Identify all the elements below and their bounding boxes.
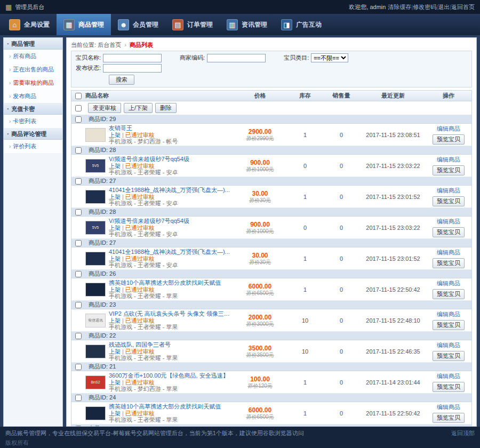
onsale-status-link[interactable]: 上架 [109, 225, 121, 231]
merchant-code-input[interactable] [207, 54, 266, 62]
preview-product-button[interactable]: 预览宝贝 [433, 382, 465, 392]
edit-product-link[interactable]: 编辑商品 [437, 403, 460, 411]
product-title-link[interactable]: 41041全1988枪_战神决战_万贤强(飞盘太—)... [109, 249, 230, 255]
nav-tab-goods[interactable]: ▦ 商品管理 [57, 14, 111, 35]
product-title-link[interactable]: 41041全1988枪_战神决战_万贤强(飞盘太—)... [109, 187, 230, 194]
product-checkbox[interactable] [75, 147, 82, 154]
product-group-header: 商品ID: 22 [71, 332, 471, 340]
edit-product-link[interactable]: 编辑商品 [437, 125, 460, 133]
edit-product-link[interactable]: 编辑商品 [437, 187, 460, 195]
select-all-checkbox[interactable] [75, 93, 82, 99]
sidebar-item-1-0[interactable]: › 卡密列表 [4, 115, 62, 128]
sidebar-item-0-0[interactable]: › 所有商品 [4, 50, 62, 63]
preview-product-button[interactable]: 预览宝贝 [433, 351, 465, 361]
product-thumbnail: BnS2 [85, 375, 106, 389]
product-title-link[interactable]: VIP2 点砍(无 高玩袁头头条号 头像文 领像三无... [109, 310, 232, 317]
sidebar-item-label: 需要审核的商品 [13, 79, 54, 87]
product-checkbox[interactable] [75, 240, 82, 246]
product-checkbox[interactable] [75, 178, 82, 185]
nav-tab-ads[interactable]: ◨ 广告互动 [274, 14, 329, 35]
product-row: 残迹战队, 四国争三者号 上架|已通过审核 手机游戏 - 王者荣耀 - 苹果 3… [71, 340, 471, 363]
product-checkbox[interactable] [75, 333, 82, 339]
preview-product-button[interactable]: 预览宝贝 [433, 413, 465, 423]
onsale-status-link[interactable]: 上架 [109, 379, 121, 386]
edit-product-link[interactable]: 编辑商品 [437, 372, 460, 380]
edit-product-link[interactable]: 编辑商品 [437, 156, 460, 164]
preview-product-button[interactable]: 预览宝贝 [433, 258, 465, 268]
product-checkbox[interactable] [75, 364, 82, 370]
onsale-status-link[interactable]: 上架 [109, 348, 121, 355]
topbar-link-0[interactable]: 清除缓存 [388, 4, 411, 10]
nav-tab-orders[interactable]: ▤ 订单管理 [165, 14, 220, 35]
onsale-status-link[interactable]: 上架 [109, 132, 121, 138]
product-title-link[interactable]: 残迹战队, 四国争三者号 [109, 341, 178, 348]
audit-status-label: 已通过审核 [125, 132, 155, 138]
topbar-link-1[interactable]: 修改密码 [413, 4, 436, 10]
product-title-link[interactable]: 友销哥王 [109, 125, 178, 132]
edit-product-link[interactable]: 编辑商品 [437, 341, 460, 349]
onsale-status-link[interactable]: 上架 [109, 286, 121, 293]
bulk-action-button-2[interactable]: 删除 [155, 103, 177, 113]
nav-tab-news[interactable]: ▥ 资讯管理 [220, 14, 274, 35]
nav-tab-global-settings[interactable]: ⌂ 全局设置 [2, 14, 57, 35]
chevron-right-icon: › [9, 53, 11, 59]
nav-tab-label: 订单管理 [187, 20, 213, 29]
onsale-status-link[interactable]: 上架 [109, 194, 121, 200]
toolbar-select-checkbox[interactable] [75, 105, 82, 111]
edit-product-link[interactable]: 编辑商品 [437, 218, 460, 226]
product-checkbox[interactable] [75, 302, 82, 308]
product-checkbox[interactable] [75, 209, 82, 215]
preview-product-button[interactable]: 预览宝贝 [433, 165, 465, 175]
onsale-status-link[interactable]: 上架 [109, 255, 121, 262]
search-button[interactable]: 搜索 [109, 75, 134, 85]
folder-icon: ▪ [7, 106, 9, 111]
nav-tab-members[interactable]: ☻ 会员管理 [111, 14, 165, 35]
topbar-link-2[interactable]: 退出 [438, 4, 450, 10]
sidebar-item-0-1[interactable]: › 正在出售的商品 [4, 63, 62, 76]
sidebar-item-label: 发布商品 [13, 92, 36, 100]
product-title-link[interactable]: V/频道号倍来超级秒7号qq54级 [109, 218, 189, 225]
product-title-link[interactable]: 携英雄10个高草携述大部分皮肤找则天赋值 [109, 279, 221, 286]
preview-product-button[interactable]: 预览宝贝 [433, 134, 465, 145]
preview-product-button[interactable]: 预览宝贝 [433, 320, 465, 330]
preview-product-button[interactable]: 预览宝贝 [433, 289, 465, 299]
product-sales: 0 [322, 348, 361, 355]
product-sales: 0 [322, 286, 361, 293]
sidebar-item-0-2[interactable]: › 需要审核的商品 [4, 76, 62, 90]
product-thumbnail [85, 252, 106, 266]
topbar-link-3[interactable]: 返回首页 [451, 4, 475, 10]
edit-product-link[interactable]: 编辑商品 [437, 310, 460, 318]
product-title-link[interactable]: V/频道号倍来超级秒7号qq54级 [109, 156, 189, 163]
product-thumbnail-label: 5V5 [92, 164, 99, 167]
product-stock: 1 [288, 132, 322, 138]
edit-product-link[interactable]: 编辑商品 [437, 249, 460, 257]
preview-product-button[interactable]: 预览宝贝 [433, 196, 465, 206]
onsale-status-link[interactable]: 上架 [109, 163, 121, 169]
product-title-link[interactable]: 携英雄10个高草携述大部分皮肤找则天赋值 [109, 403, 221, 410]
bulk-action-button-1[interactable]: 上/下架 [124, 103, 153, 113]
sidebar-item-0-3[interactable]: › 发布商品 [4, 90, 62, 103]
product-title-link[interactable]: 3600万金币+100.00元【绿色商品, 安全迅速】 [109, 372, 229, 379]
sidebar-item-2-0[interactable]: › 评价列表 [4, 140, 62, 153]
footer: 商品账号管理网，专业在线担保交易平台-树莓账号交易网站管理后台，当前为第1个版本… [0, 427, 480, 448]
product-id-label: 商品ID: 27 [89, 177, 116, 185]
category-select[interactable]: ==不限== [311, 53, 348, 62]
product-checkbox[interactable] [75, 395, 82, 401]
preview-product-button[interactable]: 预览宝贝 [433, 227, 465, 237]
publish-status-input[interactable] [103, 64, 162, 73]
onsale-status-link[interactable]: 上架 [109, 317, 121, 324]
breadcrumb-home-link[interactable]: 后台首页 [98, 42, 121, 48]
product-group: 商品ID: 22 残迹战队, 四国争三者号 上架|已通过审核 手机游戏 - 王者… [71, 332, 471, 363]
back-to-top-link[interactable]: 返回顶部 [451, 429, 475, 437]
bulk-action-button-0[interactable]: 变更审核 [88, 103, 121, 113]
product-status: 上架|已通过审核 [109, 317, 232, 324]
product-stock: 1 [288, 379, 322, 386]
edit-product-link[interactable]: 编辑商品 [437, 279, 460, 287]
product-checkbox[interactable] [75, 116, 82, 123]
onsale-status-link[interactable]: 上架 [109, 410, 121, 417]
product-list: 商品ID: 29 友销哥王 上架|已通过审核 手机游戏 - 梦幻西游 - 帐号 … [71, 115, 471, 427]
product-checkbox[interactable] [75, 271, 82, 277]
product-sales: 0 [322, 379, 361, 386]
goods-name-input[interactable] [103, 54, 162, 62]
sidebar-group-title: 商品管理 [11, 40, 35, 48]
